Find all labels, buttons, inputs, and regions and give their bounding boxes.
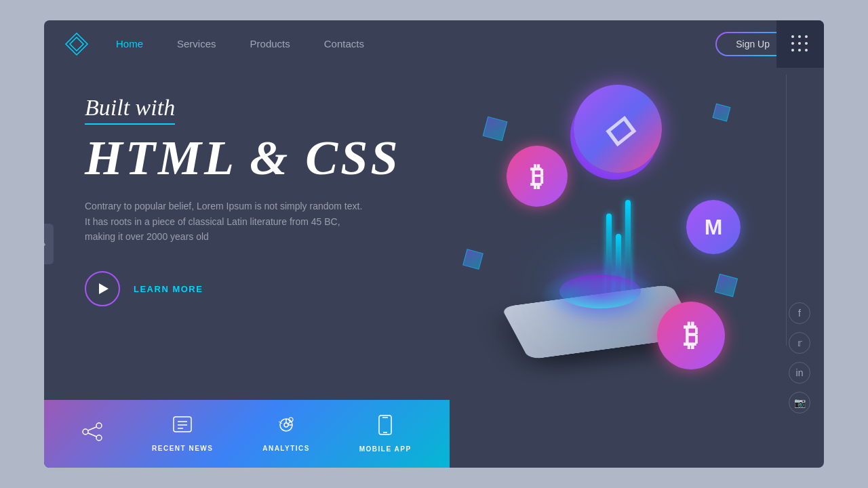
cube-4 xyxy=(715,274,738,297)
main-container: Home Services Products Contacts Sign Up … xyxy=(44,20,824,468)
mobile-app-label: MOBILE APP xyxy=(359,445,412,453)
menu-dots-button[interactable] xyxy=(776,20,824,68)
share-item[interactable] xyxy=(82,422,102,445)
mobile-app-item[interactable]: MOBILE APP xyxy=(359,415,412,453)
social-twitter[interactable]: 𝕣 xyxy=(789,332,810,354)
analytics-item[interactable]: ANALYTICS xyxy=(262,415,310,452)
svg-point-2 xyxy=(96,423,102,428)
svg-marker-0 xyxy=(66,33,87,55)
social-instagram[interactable]: 📷 xyxy=(789,392,810,413)
social-icons: f 𝕣 in 📷 xyxy=(789,302,810,413)
platform-cylinder xyxy=(559,274,641,308)
hero-description: Contrary to popular belief, Lorem Ipsum … xyxy=(85,199,370,244)
svg-point-3 xyxy=(96,435,102,441)
play-icon xyxy=(99,283,108,294)
right-divider xyxy=(786,75,787,346)
recent-news-icon xyxy=(172,415,193,439)
built-with-heading: Built with xyxy=(85,95,175,125)
eth-coin xyxy=(574,85,662,173)
platform xyxy=(539,261,661,322)
analytics-icon xyxy=(276,415,296,439)
navbar: Home Services Products Contacts Sign Up xyxy=(44,20,824,68)
mobile-app-icon xyxy=(378,415,393,440)
dot xyxy=(805,42,808,45)
btc-coin-left: ₿ xyxy=(507,146,568,207)
logo[interactable] xyxy=(64,32,89,56)
dots-grid xyxy=(791,35,809,53)
dot xyxy=(798,42,801,45)
dot xyxy=(805,35,808,38)
dot xyxy=(798,49,801,52)
bottom-bar: RECENT NEWS ANALYTICS xyxy=(44,400,450,468)
nav-contacts[interactable]: Contacts xyxy=(324,38,364,49)
monero-coin: M xyxy=(686,200,741,254)
cube-3 xyxy=(462,249,484,270)
svg-marker-1 xyxy=(70,37,83,51)
svg-rect-7 xyxy=(174,417,191,432)
analytics-label: ANALYTICS xyxy=(262,445,310,452)
svg-rect-18 xyxy=(379,415,391,434)
social-facebook[interactable]: f xyxy=(789,302,810,324)
dot xyxy=(805,49,808,52)
play-button[interactable] xyxy=(85,271,120,306)
svg-point-12 xyxy=(284,423,288,427)
nav-home[interactable]: Home xyxy=(116,38,143,49)
crypto-illustration: ₿ M ₿ xyxy=(431,54,770,413)
cube-2 xyxy=(713,104,731,122)
cube-1 xyxy=(483,117,508,142)
btc-coin-bottom: ₿ xyxy=(657,302,725,369)
nav-products[interactable]: Products xyxy=(250,38,290,49)
dot xyxy=(791,42,794,45)
svg-line-5 xyxy=(88,427,96,430)
dot xyxy=(791,35,794,38)
recent-news-label: RECENT NEWS xyxy=(152,445,213,452)
nav-links: Home Services Products Contacts xyxy=(116,38,715,50)
recent-news-item[interactable]: RECENT NEWS xyxy=(152,415,213,452)
learn-more-link[interactable]: LEARN MORE xyxy=(134,284,203,294)
nav-services[interactable]: Services xyxy=(177,38,216,49)
svg-line-6 xyxy=(88,433,96,436)
share-icon xyxy=(82,422,102,445)
crypto-scene: ₿ M ₿ xyxy=(444,64,756,403)
social-linkedin[interactable]: in xyxy=(789,362,810,384)
dot xyxy=(791,49,794,52)
svg-point-4 xyxy=(83,429,88,434)
dot xyxy=(798,35,801,38)
